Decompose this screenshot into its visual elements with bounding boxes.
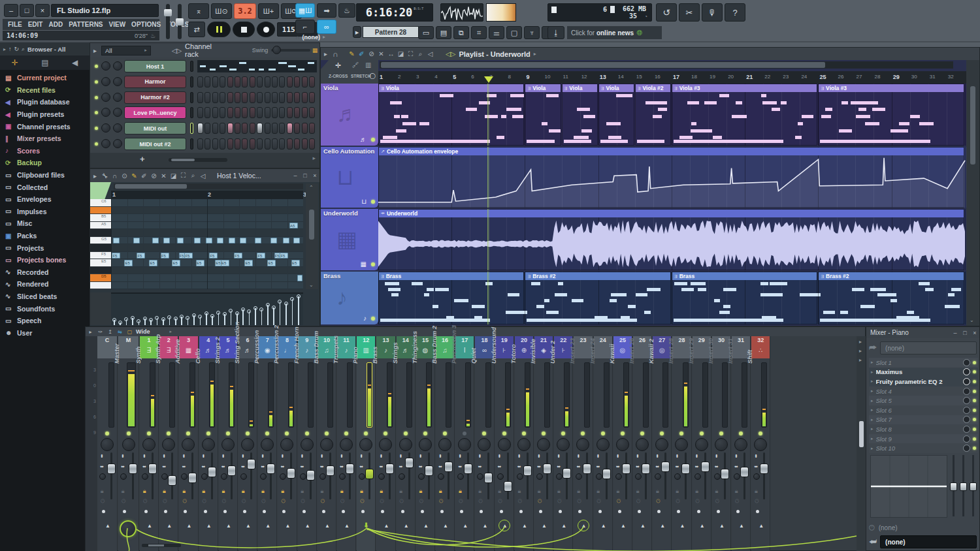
stereo-sep-arrows[interactable]: ⬍ [557,454,561,459]
record-arm-dot[interactable] [184,510,187,513]
mixer-strip-insert-24[interactable]: 24Insert 24⬍⬌🔒︎🕐︎▲ [594,336,613,551]
zcross-label[interactable]: Z-CROSS [329,74,348,78]
lock-icon[interactable]: 🔒︎ [597,488,600,495]
fader-track[interactable] [152,452,154,499]
browser-item-speech[interactable]: ▭Speech [0,315,90,327]
window-close-button[interactable]: × [35,4,50,17]
piano-key[interactable] [90,259,111,267]
pr-mute-tool[interactable]: ✕ [159,172,169,180]
sep-knob[interactable] [576,473,582,480]
mixer-strip-shift[interactable]: 32∴Shift⬍⬌🔒︎🕐︎▲ [751,336,770,551]
fx-input-icon[interactable]: ⮫ [869,343,877,353]
fx-slot-9[interactable]: ▸Slot 9 [869,434,978,444]
fader-track[interactable] [110,452,112,499]
mute-led[interactable] [246,432,250,435]
sep-knob[interactable] [142,473,148,480]
pr-maximize[interactable]: □ [301,172,310,179]
fx-slot-enable-led[interactable] [973,428,976,431]
fader-handle[interactable] [425,465,433,476]
fader-track[interactable] [507,452,509,499]
record-arm-dot[interactable] [657,510,661,513]
lock-icon[interactable]: 🔒︎ [101,488,104,495]
fader-track[interactable] [389,452,391,499]
lock-icon[interactable]: 🔒︎ [222,488,225,495]
link-button[interactable]: ∞ [317,20,336,34]
lock-icon[interactable]: 🔒︎ [577,488,580,495]
route-to-master-arrow[interactable]: ▲ [463,523,468,529]
record-arm-dot[interactable] [717,510,720,513]
stereo-sep-arrows[interactable]: ⬍ [438,454,442,459]
fader-track[interactable] [704,452,706,499]
mixer-strip-kawaii[interactable]: 25◎Kawaii⬍⬌🔒︎🕐︎▲ [613,336,632,551]
fx-input-select[interactable]: (none) [880,341,977,354]
browser-item-envelopes[interactable]: ▭Envelopes [0,193,90,206]
channel-pan-knob[interactable] [101,77,110,86]
record-arm-dot[interactable] [342,510,345,513]
sep-knob[interactable] [359,473,365,480]
pan-knob[interactable] [101,438,114,451]
mixer-strip-undersound[interactable]: 19⊦Undersound⬍⬌🔒︎🕐︎▲ [495,336,514,551]
fx-latency-icon[interactable]: 🕐︎ [869,524,875,532]
step-cell[interactable] [227,107,233,118]
pr-note[interactable]: E5 [244,260,253,266]
lock-icon[interactable]: 🔒︎ [715,488,719,495]
browser-item-plugin-presets[interactable]: ◀Plugin presets [0,108,90,121]
fader-handle[interactable] [523,465,532,476]
route-to-master-arrow[interactable]: ▲ [719,523,725,529]
fader-handle[interactable] [740,467,749,477]
pr-note[interactable]: E5 [291,260,300,266]
slide-notes-button[interactable]: ⌐ [295,20,315,34]
pan-knob[interactable] [557,438,570,451]
route-to-master-arrow[interactable]: ▲ [621,523,626,529]
mute-led[interactable] [265,432,269,435]
mute-led[interactable] [621,432,625,435]
fader-handle[interactable] [642,464,650,474]
pl-select-tool[interactable]: ⛶ [406,50,416,58]
mixer-strip-insert-31[interactable]: 31Insert 31⬍⬌🔒︎🕐︎▲ [732,336,751,551]
track-header[interactable]: Brass♪♪ [321,272,378,324]
fx-slot-10[interactable]: ▸Slot 10 [869,443,978,453]
fx-slot-enable-led[interactable] [973,380,976,383]
velocity-head[interactable] [167,315,171,319]
route-to-master-arrow[interactable]: ▲ [700,523,705,529]
route-to-master-arrow[interactable]: ▲ [305,523,310,529]
step-cell[interactable] [302,123,308,134]
fx-slot-arrow-icon[interactable]: ▸ [871,370,874,375]
channel-led[interactable] [95,96,98,99]
fx-slot-8[interactable]: ▸Slot 8 [869,424,978,434]
mute-led[interactable] [147,432,151,435]
pr-note[interactable] [283,238,289,244]
mute-led[interactable] [423,432,427,435]
clip-pattern[interactable]: ƎViola [598,84,634,146]
record-arm-dot[interactable] [440,510,444,513]
pan-knob[interactable] [379,438,392,451]
step-cell[interactable] [279,123,285,134]
lock-icon[interactable]: 🔒︎ [696,488,699,495]
latency-clock-icon[interactable]: 🕐︎ [439,498,443,505]
step-cell[interactable] [265,76,270,87]
velocity-head[interactable] [149,318,153,322]
fader-handle[interactable] [602,469,611,479]
pl-slice-tool[interactable]: ◪ [396,50,406,57]
pan-arrows[interactable]: ⬌ [340,464,344,469]
fader-handle[interactable] [326,465,335,476]
velocity-stem[interactable] [231,311,232,325]
mixer-strip-cello[interactable]: 4♬Cello⬍⬌🔒︎🕐︎▲ [199,336,218,551]
pan-knob[interactable] [616,438,629,451]
record-arm-dot[interactable] [539,510,542,513]
mute-led[interactable] [364,432,368,435]
fx-slot-arrow-icon[interactable]: ▸ [871,436,874,441]
step-cell[interactable] [287,92,293,103]
pan-knob[interactable] [359,438,372,451]
route-to-master-arrow[interactable]: ▲ [167,523,172,529]
pan-arrows[interactable]: ⬌ [399,464,403,469]
sep-knob[interactable] [674,473,681,480]
fx-minimize[interactable]: – [951,330,960,336]
record-arm-dot[interactable] [756,510,759,513]
browser-up-icon[interactable]: ↑ [8,46,12,52]
pr-note[interactable] [255,238,261,244]
clip-pattern[interactable]: ƎViola [378,84,524,146]
piano-key[interactable] [90,207,111,215]
lock-icon[interactable]: 🔒︎ [261,488,265,495]
sep-knob[interactable] [201,473,208,480]
